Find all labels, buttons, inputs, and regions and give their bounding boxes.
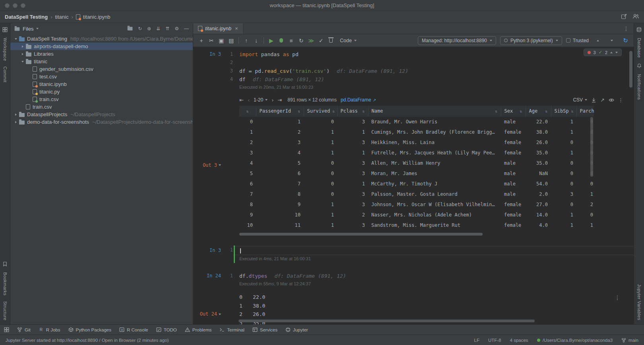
chevron-down-icon[interactable] <box>19 61 26 62</box>
tab-options-icon[interactable]: ⋮ <box>623 25 629 32</box>
chevron-down-icon[interactable] <box>13 38 19 40</box>
table-hscrollbar[interactable] <box>239 233 483 236</box>
settings-icon[interactable]: ⚙ <box>175 26 179 31</box>
trusted-checkbox[interactable]: Trusted <box>566 38 589 43</box>
encoding-indicator[interactable]: UTF-8 <box>488 338 501 343</box>
inspections-widget[interactable]: 3 ✓ 2 <box>584 49 622 56</box>
close-tab-icon[interactable]: × <box>235 25 238 31</box>
zoom-button[interactable] <box>21 3 25 8</box>
column-header-survived[interactable]: Survived⇅ <box>304 106 337 117</box>
minimize-button[interactable] <box>13 3 17 8</box>
code-line[interactable] <box>233 58 634 67</box>
toolwindow-python-packages[interactable]: Python Packages <box>68 327 112 332</box>
code-cell-3[interactable]: In 24 1 df.dtypesdf: DataFrame (891, 12)… <box>193 272 634 287</box>
code-line[interactable]: df = pd.read_csv('train.csv')df: DataFra… <box>233 67 634 75</box>
tool-window-workspace[interactable]: Workspace <box>3 38 8 61</box>
tree-item-airports-dataspell-demo[interactable]: airports-dataspell-demo <box>10 43 193 50</box>
globe-icon[interactable]: ⊕ <box>147 26 151 31</box>
tab-titanic-ipynb[interactable]: titanic.ipynb × <box>193 23 243 34</box>
prev-cell-icon[interactable] <box>593 36 603 45</box>
code-line[interactable] <box>233 246 634 255</box>
indent-indicator[interactable]: 4 spaces <box>510 338 528 343</box>
tree-item-gender-submission-csv[interactable]: gender_submission.csv <box>10 65 193 73</box>
table-row[interactable]: 5603Moran, Mr. JamesmaleNaN00 <box>239 168 594 179</box>
delete-cell-icon[interactable] <box>326 36 336 45</box>
download-icon[interactable] <box>591 97 596 103</box>
eye-icon[interactable] <box>609 98 614 102</box>
code-cell-2[interactable]: In 3 1 Executed in 4ms, 21 Mar at 16:00:… <box>193 246 634 262</box>
sort-icon[interactable]: ⇅ <box>495 107 497 115</box>
workspace-icon[interactable] <box>2 27 8 32</box>
table-more-icon[interactable]: ⋮ <box>618 96 623 104</box>
next-cell-icon[interactable] <box>607 36 617 45</box>
column-header-sex[interactable]: Sex⇅ <box>501 106 526 117</box>
open-in-new-icon[interactable]: ↗ <box>600 96 605 104</box>
toolwindow-git[interactable]: Git <box>17 327 31 332</box>
tree-item-demo-data-for-screenshots[interactable]: demo-data-for-screenshots~/DataspellProj… <box>10 118 193 126</box>
sync-files-icon[interactable]: ↻ <box>138 26 142 31</box>
next-problem-icon[interactable] <box>615 52 618 53</box>
column-header-pclass[interactable]: Pclass⇅ <box>337 106 368 117</box>
page-range-dropdown[interactable]: 1-20 <box>254 96 268 104</box>
copy-cell-icon[interactable]: ▣ <box>216 36 226 45</box>
window-switcher-icon[interactable] <box>4 327 9 332</box>
python-interpreter-indicator[interactable]: /Users/Ciara.Byrne/opt/anaconda3 <box>537 338 613 343</box>
tool-window-structure[interactable]: Structure <box>3 301 8 320</box>
sort-icon[interactable]: ⇅ <box>332 107 335 115</box>
table-row[interactable]: 3411Futrelle, Mrs. Jacques Heath (Lily M… <box>239 148 594 158</box>
add-cell-icon[interactable]: + <box>196 36 206 45</box>
paste-cell-icon[interactable]: ▤ <box>226 36 236 45</box>
output-more-icon[interactable]: ⋮ <box>615 294 620 302</box>
locate-file-icon[interactable] <box>127 26 133 32</box>
toolwindow-r-console[interactable]: RR Console <box>119 327 148 332</box>
tool-window-notifications[interactable]: Notifications <box>637 74 642 100</box>
column-header-name[interactable]: Name⇅ <box>368 106 501 117</box>
editor-scrollbar[interactable] <box>629 51 632 88</box>
table-row[interactable]: 7803Palsson, Master. Gosta Leonardmale2.… <box>239 189 594 199</box>
bookmark-icon[interactable] <box>3 261 7 267</box>
code-cell-1[interactable]: In 3 1 import pandas as pd 2 3 df = pd.r… <box>193 50 634 91</box>
tree-item-train-csv[interactable]: train.csv <box>10 96 193 103</box>
run-cell-icon[interactable]: ▶ <box>266 36 276 45</box>
sort-icon[interactable]: ⇅ <box>545 107 547 115</box>
breadcrumb-folder[interactable]: titanic <box>55 14 68 20</box>
cell-type-dropdown[interactable]: Code <box>336 38 361 43</box>
users-icon[interactable] <box>632 14 639 20</box>
column-header-sibsp[interactable]: SibSp⇅ <box>551 106 576 117</box>
table-scrollbar[interactable] <box>590 117 593 177</box>
database-icon[interactable] <box>636 27 642 32</box>
debug-cell-icon[interactable] <box>276 36 286 45</box>
tree-item-train-csv[interactable]: train.csv <box>10 103 193 111</box>
breadcrumb-file[interactable]: titanic.ipynb <box>83 14 111 20</box>
files-panel-title[interactable]: Files <box>23 26 33 32</box>
table-row[interactable]: 8913Johnson, Mrs. Oscar W (Elisabeth Vil… <box>239 199 594 210</box>
status-message[interactable]: Jupyter Server started at http://localho… <box>6 338 169 343</box>
sort-icon[interactable]: ⇅ <box>362 107 365 115</box>
hide-panel-icon[interactable]: — <box>184 26 189 31</box>
tool-window-commit[interactable]: Commit <box>3 66 8 82</box>
prev-problem-icon[interactable] <box>610 52 613 53</box>
run-all-cells-icon[interactable]: ≫ <box>306 36 316 45</box>
code-line[interactable]: dfdf: DataFrame (891, 12) <box>233 75 634 84</box>
table-row[interactable]: 91012Nasser, Mrs. Nicholas (Adele Achem)… <box>239 210 594 220</box>
chevron-right-icon[interactable] <box>19 53 26 55</box>
toolwindow-services[interactable]: Services <box>252 327 277 332</box>
table-row[interactable]: 4503Allen, Mr. William Henrymale35.000 <box>239 158 594 168</box>
expand-all-icon[interactable]: ⇊ <box>156 26 160 31</box>
prev-page-icon[interactable]: ‹ <box>248 96 250 104</box>
table-row[interactable]: 2313Heikkinen, Miss. Lainafemale26.000 <box>239 137 594 148</box>
notifications-icon[interactable] <box>637 63 642 68</box>
files-dropdown-icon[interactable] <box>36 28 39 29</box>
cut-cell-icon[interactable]: ✂ <box>206 36 216 45</box>
toolwindow-jupyter[interactable]: Jupyter <box>285 327 308 332</box>
move-cell-down-icon[interactable]: ↓ <box>251 36 261 45</box>
editor-hscrollbar[interactable] <box>239 320 535 322</box>
column-header-parch[interactable]: Parch⇅ <box>576 106 594 117</box>
tree-item-test-csv[interactable]: test.csv <box>10 73 193 80</box>
edit-icon[interactable] <box>621 14 627 21</box>
code-line[interactable]: import pandas as pd <box>233 50 634 58</box>
tree-item-dataspell-testing[interactable]: DataSpell Testinghttp://localhost:8890 f… <box>10 35 193 43</box>
tree-item-titanic-py[interactable]: titanic.py <box>10 88 193 96</box>
validate-icon[interactable]: ✓ <box>316 36 326 45</box>
table-row[interactable]: 6701McCarthy, Mr. Timothy Jmale54.000 <box>239 179 594 189</box>
